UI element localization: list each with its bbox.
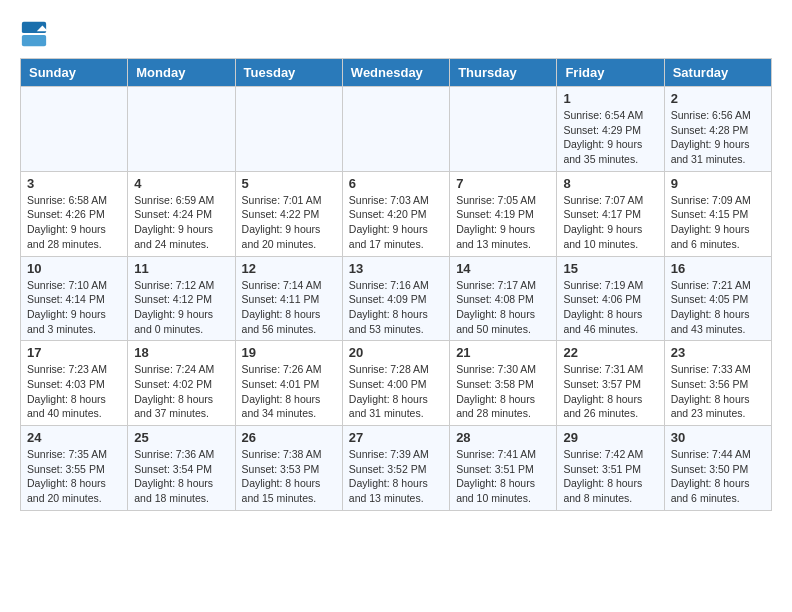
calendar-cell: 10Sunrise: 7:10 AM Sunset: 4:14 PM Dayli… (21, 256, 128, 341)
calendar-cell: 19Sunrise: 7:26 AM Sunset: 4:01 PM Dayli… (235, 341, 342, 426)
day-info: Sunrise: 7:07 AM Sunset: 4:17 PM Dayligh… (563, 193, 657, 252)
svg-rect-1 (22, 35, 46, 46)
day-number: 14 (456, 261, 550, 276)
day-number: 10 (27, 261, 121, 276)
day-info: Sunrise: 7:05 AM Sunset: 4:19 PM Dayligh… (456, 193, 550, 252)
week-row-5: 24Sunrise: 7:35 AM Sunset: 3:55 PM Dayli… (21, 426, 772, 511)
day-info: Sunrise: 7:17 AM Sunset: 4:08 PM Dayligh… (456, 278, 550, 337)
day-info: Sunrise: 7:16 AM Sunset: 4:09 PM Dayligh… (349, 278, 443, 337)
calendar-cell (342, 87, 449, 172)
day-info: Sunrise: 7:03 AM Sunset: 4:20 PM Dayligh… (349, 193, 443, 252)
calendar-body: 1Sunrise: 6:54 AM Sunset: 4:29 PM Daylig… (21, 87, 772, 511)
weekday-header-thursday: Thursday (450, 59, 557, 87)
day-number: 28 (456, 430, 550, 445)
week-row-2: 3Sunrise: 6:58 AM Sunset: 4:26 PM Daylig… (21, 171, 772, 256)
day-number: 24 (27, 430, 121, 445)
day-number: 25 (134, 430, 228, 445)
day-info: Sunrise: 7:09 AM Sunset: 4:15 PM Dayligh… (671, 193, 765, 252)
day-info: Sunrise: 7:41 AM Sunset: 3:51 PM Dayligh… (456, 447, 550, 506)
day-number: 9 (671, 176, 765, 191)
calendar-cell: 23Sunrise: 7:33 AM Sunset: 3:56 PM Dayli… (664, 341, 771, 426)
day-info: Sunrise: 7:44 AM Sunset: 3:50 PM Dayligh… (671, 447, 765, 506)
weekday-header-wednesday: Wednesday (342, 59, 449, 87)
calendar-cell: 1Sunrise: 6:54 AM Sunset: 4:29 PM Daylig… (557, 87, 664, 172)
day-info: Sunrise: 6:56 AM Sunset: 4:28 PM Dayligh… (671, 108, 765, 167)
logo-icon (20, 20, 48, 48)
calendar-cell: 18Sunrise: 7:24 AM Sunset: 4:02 PM Dayli… (128, 341, 235, 426)
day-number: 6 (349, 176, 443, 191)
day-number: 11 (134, 261, 228, 276)
day-info: Sunrise: 7:36 AM Sunset: 3:54 PM Dayligh… (134, 447, 228, 506)
calendar-cell: 20Sunrise: 7:28 AM Sunset: 4:00 PM Dayli… (342, 341, 449, 426)
calendar-cell: 9Sunrise: 7:09 AM Sunset: 4:15 PM Daylig… (664, 171, 771, 256)
day-number: 12 (242, 261, 336, 276)
day-info: Sunrise: 7:31 AM Sunset: 3:57 PM Dayligh… (563, 362, 657, 421)
calendar-cell (128, 87, 235, 172)
weekday-header-saturday: Saturday (664, 59, 771, 87)
weekday-header-tuesday: Tuesday (235, 59, 342, 87)
week-row-4: 17Sunrise: 7:23 AM Sunset: 4:03 PM Dayli… (21, 341, 772, 426)
day-number: 4 (134, 176, 228, 191)
calendar-cell: 2Sunrise: 6:56 AM Sunset: 4:28 PM Daylig… (664, 87, 771, 172)
day-info: Sunrise: 7:38 AM Sunset: 3:53 PM Dayligh… (242, 447, 336, 506)
calendar-cell: 12Sunrise: 7:14 AM Sunset: 4:11 PM Dayli… (235, 256, 342, 341)
day-number: 2 (671, 91, 765, 106)
day-number: 29 (563, 430, 657, 445)
day-number: 5 (242, 176, 336, 191)
day-number: 8 (563, 176, 657, 191)
calendar-cell: 8Sunrise: 7:07 AM Sunset: 4:17 PM Daylig… (557, 171, 664, 256)
calendar-cell: 7Sunrise: 7:05 AM Sunset: 4:19 PM Daylig… (450, 171, 557, 256)
day-number: 22 (563, 345, 657, 360)
calendar-cell: 30Sunrise: 7:44 AM Sunset: 3:50 PM Dayli… (664, 426, 771, 511)
day-info: Sunrise: 7:26 AM Sunset: 4:01 PM Dayligh… (242, 362, 336, 421)
day-number: 23 (671, 345, 765, 360)
weekday-header-row: SundayMondayTuesdayWednesdayThursdayFrid… (21, 59, 772, 87)
day-number: 21 (456, 345, 550, 360)
calendar-cell (450, 87, 557, 172)
day-number: 20 (349, 345, 443, 360)
day-number: 27 (349, 430, 443, 445)
calendar-cell: 4Sunrise: 6:59 AM Sunset: 4:24 PM Daylig… (128, 171, 235, 256)
day-info: Sunrise: 7:30 AM Sunset: 3:58 PM Dayligh… (456, 362, 550, 421)
day-info: Sunrise: 7:19 AM Sunset: 4:06 PM Dayligh… (563, 278, 657, 337)
day-info: Sunrise: 7:01 AM Sunset: 4:22 PM Dayligh… (242, 193, 336, 252)
calendar-table: SundayMondayTuesdayWednesdayThursdayFrid… (20, 58, 772, 511)
day-number: 1 (563, 91, 657, 106)
calendar-cell: 14Sunrise: 7:17 AM Sunset: 4:08 PM Dayli… (450, 256, 557, 341)
day-info: Sunrise: 6:59 AM Sunset: 4:24 PM Dayligh… (134, 193, 228, 252)
weekday-header-sunday: Sunday (21, 59, 128, 87)
day-number: 17 (27, 345, 121, 360)
calendar-cell: 24Sunrise: 7:35 AM Sunset: 3:55 PM Dayli… (21, 426, 128, 511)
day-info: Sunrise: 7:23 AM Sunset: 4:03 PM Dayligh… (27, 362, 121, 421)
week-row-1: 1Sunrise: 6:54 AM Sunset: 4:29 PM Daylig… (21, 87, 772, 172)
calendar-cell: 27Sunrise: 7:39 AM Sunset: 3:52 PM Dayli… (342, 426, 449, 511)
day-info: Sunrise: 7:35 AM Sunset: 3:55 PM Dayligh… (27, 447, 121, 506)
day-number: 13 (349, 261, 443, 276)
day-number: 15 (563, 261, 657, 276)
day-info: Sunrise: 7:14 AM Sunset: 4:11 PM Dayligh… (242, 278, 336, 337)
calendar-cell: 16Sunrise: 7:21 AM Sunset: 4:05 PM Dayli… (664, 256, 771, 341)
calendar-cell: 3Sunrise: 6:58 AM Sunset: 4:26 PM Daylig… (21, 171, 128, 256)
day-info: Sunrise: 7:21 AM Sunset: 4:05 PM Dayligh… (671, 278, 765, 337)
weekday-header-friday: Friday (557, 59, 664, 87)
day-number: 7 (456, 176, 550, 191)
day-number: 19 (242, 345, 336, 360)
header (20, 20, 772, 48)
calendar-cell (235, 87, 342, 172)
calendar-cell: 28Sunrise: 7:41 AM Sunset: 3:51 PM Dayli… (450, 426, 557, 511)
day-number: 30 (671, 430, 765, 445)
calendar-cell: 6Sunrise: 7:03 AM Sunset: 4:20 PM Daylig… (342, 171, 449, 256)
logo (20, 20, 52, 48)
calendar-cell: 25Sunrise: 7:36 AM Sunset: 3:54 PM Dayli… (128, 426, 235, 511)
day-info: Sunrise: 6:58 AM Sunset: 4:26 PM Dayligh… (27, 193, 121, 252)
calendar-cell: 13Sunrise: 7:16 AM Sunset: 4:09 PM Dayli… (342, 256, 449, 341)
calendar-cell: 29Sunrise: 7:42 AM Sunset: 3:51 PM Dayli… (557, 426, 664, 511)
day-number: 16 (671, 261, 765, 276)
day-info: Sunrise: 7:42 AM Sunset: 3:51 PM Dayligh… (563, 447, 657, 506)
calendar-cell: 5Sunrise: 7:01 AM Sunset: 4:22 PM Daylig… (235, 171, 342, 256)
calendar-cell: 22Sunrise: 7:31 AM Sunset: 3:57 PM Dayli… (557, 341, 664, 426)
calendar-cell: 21Sunrise: 7:30 AM Sunset: 3:58 PM Dayli… (450, 341, 557, 426)
day-info: Sunrise: 7:28 AM Sunset: 4:00 PM Dayligh… (349, 362, 443, 421)
day-number: 3 (27, 176, 121, 191)
calendar-header: SundayMondayTuesdayWednesdayThursdayFrid… (21, 59, 772, 87)
